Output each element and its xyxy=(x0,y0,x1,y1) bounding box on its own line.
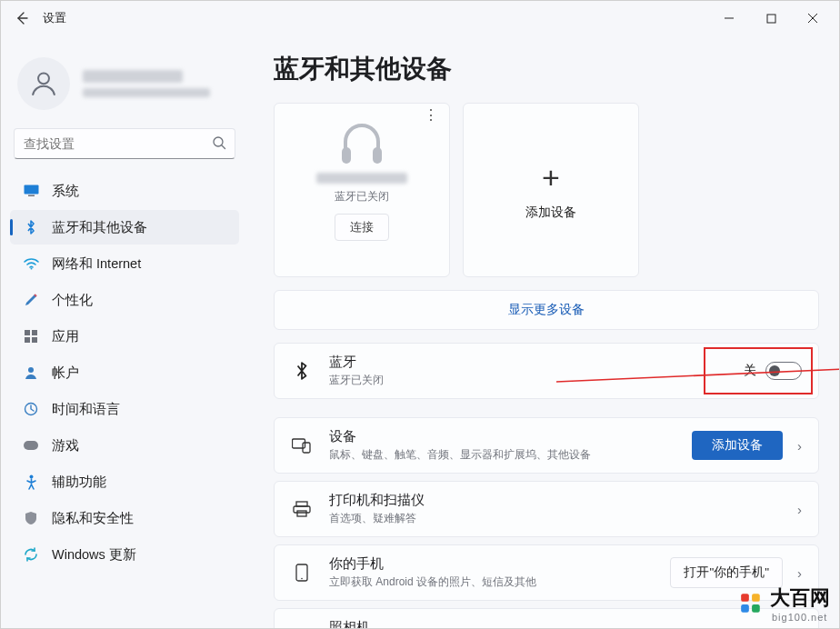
nav-label: 隐私和安全性 xyxy=(52,510,134,527)
settings-window: 设置 xyxy=(0,0,840,629)
phone-row[interactable]: 你的手机 立即获取 Android 设备的照片、短信及其他 打开"你的手机" › xyxy=(274,544,819,601)
devices-row[interactable]: 设备 鼠标、键盘、触笔、音频、显示器和扩展坞、其他设备 添加设备 › xyxy=(274,417,819,474)
nav-apps[interactable]: 应用 xyxy=(10,319,239,354)
add-device-card[interactable]: + 添加设备 xyxy=(463,103,639,277)
svg-rect-3 xyxy=(24,185,38,195)
chevron-right-icon: › xyxy=(797,438,802,454)
nav-update[interactable]: Windows 更新 xyxy=(10,537,239,572)
wifi-icon xyxy=(23,257,39,270)
page-title: 蓝牙和其他设备 xyxy=(274,52,819,86)
chevron-right-icon: › xyxy=(797,502,802,517)
phone-icon xyxy=(291,564,313,582)
back-button[interactable] xyxy=(6,3,37,34)
nav-personalization[interactable]: 个性化 xyxy=(10,283,239,317)
nav-label: 时间和语言 xyxy=(52,401,120,418)
row-title: 你的手机 xyxy=(329,555,654,573)
brush-icon xyxy=(23,293,39,307)
svg-point-23 xyxy=(301,578,303,580)
devices-icon xyxy=(291,437,313,454)
nav-accessibility[interactable]: 辅助功能 xyxy=(10,464,239,499)
minimize-icon xyxy=(724,13,735,24)
svg-rect-20 xyxy=(294,506,310,513)
nav-label: 系统 xyxy=(52,183,79,200)
clock-icon xyxy=(23,402,39,416)
svg-rect-0 xyxy=(767,15,775,23)
close-icon xyxy=(807,13,818,24)
chevron-right-icon: › xyxy=(797,565,802,581)
add-device-label: 添加设备 xyxy=(525,205,576,221)
bluetooth-row: 蓝牙 蓝牙已关闭 关 xyxy=(274,343,819,399)
update-icon xyxy=(23,547,39,562)
row-sub: 立即获取 Android 设备的照片、短信及其他 xyxy=(329,574,654,590)
nav-label: 蓝牙和其他设备 xyxy=(52,219,147,236)
nav-bluetooth[interactable]: 蓝牙和其他设备 xyxy=(10,210,239,245)
device-cards: ⋮ 蓝牙已关闭 连接 + 添加设备 xyxy=(274,103,819,277)
maximize-button[interactable] xyxy=(750,4,792,33)
app-title: 设置 xyxy=(43,10,66,26)
row-sub: 鼠标、键盘、触笔、音频、显示器和扩展坞、其他设备 xyxy=(329,447,675,463)
svg-rect-14 xyxy=(342,147,351,164)
headphones-icon xyxy=(336,122,387,165)
profile-block[interactable] xyxy=(10,43,239,128)
search-input[interactable] xyxy=(14,128,235,159)
close-button[interactable] xyxy=(792,4,834,33)
svg-rect-9 xyxy=(32,337,37,343)
svg-rect-8 xyxy=(25,337,30,343)
watermark-domain: big100.net xyxy=(772,612,830,623)
watermark-brand: 大百网 xyxy=(770,584,830,612)
gamepad-icon xyxy=(23,440,39,451)
nav-label: 应用 xyxy=(52,328,79,345)
main-content: 蓝牙和其他设备 ⋮ 蓝牙已关闭 连接 + 添加设备 xyxy=(248,35,839,628)
row-title: 打印机和扫描仪 xyxy=(329,492,775,509)
row-title: 设备 xyxy=(329,428,675,445)
svg-point-1 xyxy=(38,73,49,84)
watermark-logo-icon xyxy=(739,592,763,615)
printer-icon xyxy=(291,501,313,517)
nav: 系统 蓝牙和其他设备 网络和 Internet 个性化 应用 xyxy=(10,174,239,572)
device-status: 蓝牙已关闭 xyxy=(335,189,389,205)
shield-icon xyxy=(23,511,39,525)
device-card[interactable]: ⋮ 蓝牙已关闭 连接 xyxy=(274,103,450,277)
person-icon xyxy=(28,68,59,99)
nav-label: 帐户 xyxy=(52,364,79,382)
bluetooth-toggle-wrap: 关 xyxy=(744,362,802,380)
plus-icon: + xyxy=(542,160,560,195)
nav-label: Windows 更新 xyxy=(52,546,136,564)
row-title: 照相机 xyxy=(329,619,802,628)
nav-label: 网络和 Internet xyxy=(52,255,141,273)
open-your-phone-button[interactable]: 打开"你的手机" xyxy=(670,557,783,588)
add-device-button[interactable]: 添加设备 xyxy=(692,431,783,460)
svg-point-5 xyxy=(30,268,32,270)
window-controls xyxy=(708,4,834,33)
svg-point-2 xyxy=(214,137,223,146)
camera-row[interactable]: 照相机 连接的相机、默认图像设置 xyxy=(274,608,819,628)
arrow-left-icon xyxy=(15,11,29,25)
row-sub: 蓝牙已关闭 xyxy=(329,373,727,388)
connect-button[interactable]: 连接 xyxy=(335,214,389,241)
show-more-devices[interactable]: 显示更多设备 xyxy=(274,290,819,330)
svg-rect-15 xyxy=(373,147,382,164)
titlebar: 设置 xyxy=(1,1,839,35)
nav-privacy[interactable]: 隐私和安全性 xyxy=(10,501,239,535)
svg-rect-29 xyxy=(752,604,760,613)
nav-label: 辅助功能 xyxy=(52,474,106,491)
nav-system[interactable]: 系统 xyxy=(10,174,239,208)
nav-gaming[interactable]: 游戏 xyxy=(10,428,239,463)
minimize-button[interactable] xyxy=(708,4,750,33)
nav-accounts[interactable]: 帐户 xyxy=(10,355,239,390)
sidebar: 系统 蓝牙和其他设备 网络和 Internet 个性化 应用 xyxy=(1,35,248,628)
nav-network[interactable]: 网络和 Internet xyxy=(10,246,239,281)
svg-rect-21 xyxy=(297,511,306,516)
printers-row[interactable]: 打印机和扫描仪 首选项、疑难解答 › xyxy=(274,481,819,537)
account-icon xyxy=(23,365,39,380)
profile-name-redacted xyxy=(83,70,183,83)
monitor-icon xyxy=(23,185,39,197)
svg-point-10 xyxy=(28,367,34,373)
card-menu-button[interactable]: ⋮ xyxy=(424,113,438,118)
row-title: 蓝牙 xyxy=(329,354,727,371)
svg-rect-28 xyxy=(741,604,749,613)
svg-rect-26 xyxy=(741,594,749,602)
nav-time[interactable]: 时间和语言 xyxy=(10,392,239,426)
bluetooth-toggle[interactable] xyxy=(765,362,802,380)
nav-label: 游戏 xyxy=(52,437,79,454)
